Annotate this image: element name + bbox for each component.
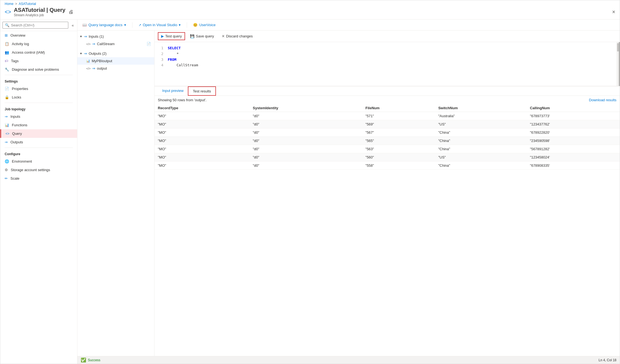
search-input[interactable] — [11, 23, 66, 27]
outputs-expand-icon: ▼ — [80, 52, 82, 55]
test-results-tab-label: Test results — [193, 89, 211, 93]
table-cell: "Australia" — [435, 112, 527, 120]
open-in-vs-button[interactable]: ↗ Open in Visual Studio ▾ — [137, 22, 183, 28]
code-line-3: 3 FROM — [158, 57, 616, 63]
line-number: 2 — [158, 51, 163, 57]
sidebar-item-label: Inputs — [10, 114, 20, 119]
page-subtitle: Stream Analytics job — [14, 13, 65, 17]
table-cell: "567891282' — [527, 145, 620, 153]
open-vs-label: Open in Visual Studio — [143, 23, 177, 27]
line-content: CallStream — [168, 62, 198, 68]
tree-expand-icon: ▼ — [80, 35, 82, 38]
table-cell: "MO" — [155, 128, 250, 137]
functions-icon: 📊 — [5, 123, 9, 127]
cursor-position: Ln 4, Col 18 — [599, 358, 616, 362]
tab-input-preview[interactable]: Input preview — [158, 86, 188, 95]
table-cell: "d0" — [250, 153, 362, 162]
code-icon: </> — [86, 42, 91, 46]
table-header-row: RecordType SystemIdentity FileNum Switch… — [155, 104, 620, 112]
configure-divider — [5, 147, 73, 148]
configure-section-label: Configure — [0, 149, 77, 157]
sidebar-item-storage-account[interactable]: ⚙ Storage account settings — [0, 166, 77, 174]
sidebar-item-overview[interactable]: ⊞ Overview — [0, 31, 77, 40]
breadcrumb-sep: > — [15, 2, 17, 6]
sidebar-item-label: Storage account settings — [11, 168, 50, 172]
test-query-label: Test query — [165, 34, 182, 38]
sidebar-item-outputs[interactable]: ⇒ Outputs — [0, 138, 77, 146]
uservoice-button[interactable]: 😊 UserVoice — [191, 22, 217, 28]
output-label: output — [97, 66, 107, 70]
table-cell: "678908335' — [527, 162, 620, 170]
discard-changes-label: Discard changes — [226, 34, 253, 38]
sidebar-item-diagnose[interactable]: 🔧 Diagnose and solve problems — [0, 65, 77, 74]
close-button[interactable]: × — [612, 9, 615, 15]
table-row: "MO""d0""569""US""123437762' — [155, 120, 620, 128]
sidebar-item-query[interactable]: <> Query — [0, 129, 77, 138]
discard-icon: ✕ — [222, 34, 225, 38]
output-tree-item[interactable]: </> ⇒ output — [77, 65, 154, 72]
table-cell: "MO" — [155, 153, 250, 162]
sidebar-item-activity-log[interactable]: 📋 Activity log — [0, 40, 77, 48]
sidebar-item-label: Environment — [12, 159, 32, 163]
sidebar-item-label: Query — [12, 132, 22, 136]
save-query-label: Save query — [196, 34, 214, 38]
inputs-icon: ⇒ — [5, 114, 8, 119]
discard-changes-button[interactable]: ✕ Discard changes — [219, 33, 256, 40]
pbi-code-icon: 📊 — [86, 59, 90, 63]
table-cell: "MO" — [155, 137, 250, 145]
home-link[interactable]: Home — [5, 2, 13, 6]
tags-icon: 🏷 — [5, 59, 8, 63]
table-cell: "123437762' — [527, 120, 620, 128]
tab-test-results[interactable]: Test results — [188, 86, 216, 96]
save-query-button[interactable]: 💾 Save query — [187, 33, 217, 40]
query-icon: <> — [6, 132, 9, 136]
test-query-button[interactable]: ▶ Test query — [158, 32, 185, 40]
callstream-label: CallStream — [97, 42, 115, 46]
download-results-link[interactable]: Download results — [589, 98, 616, 102]
mypbioutput-tree-item[interactable]: 📊 MyPBIoutput — [77, 57, 154, 65]
table-row: "MO""d0""571""Australia""678973773' — [155, 112, 620, 120]
inputs-tree-section[interactable]: ▼ ⇒ Inputs (1) — [77, 33, 154, 40]
sidebar-item-tags[interactable]: 🏷 Tags — [0, 57, 77, 65]
query-language-docs-button[interactable]: 📖 Query language docs ▾ — [81, 22, 128, 28]
breadcrumb-current[interactable]: ASATutorial — [19, 2, 36, 6]
outputs-tree-section[interactable]: ▼ ⇒ Outputs (2) — [77, 50, 154, 57]
table-cell: "d0" — [250, 128, 362, 137]
callstream-tree-item[interactable]: </> ⇒ CallStream 📄 — [77, 40, 154, 48]
sidebar-item-scale[interactable]: ✏ Scale — [0, 174, 77, 183]
table-cell: "d0" — [250, 137, 362, 145]
table-cell: "234590598' — [527, 137, 620, 145]
status-bar: ✅ Success Ln 4, Col 18 — [77, 356, 620, 364]
table-row: "MO""d0""567""China""678922820' — [155, 128, 620, 137]
docs-label: Query language docs — [88, 23, 123, 27]
line-number: 1 — [158, 45, 163, 51]
outputs-tree-label: Outputs (2) — [89, 51, 107, 56]
table-cell: "563" — [362, 145, 435, 153]
sidebar-item-access-control[interactable]: 👥 Access control (IAM) — [0, 48, 77, 57]
print-icon[interactable]: 🖨 — [69, 9, 74, 15]
collapse-sidebar-button[interactable]: « — [68, 21, 77, 30]
activity-log-icon: 📋 — [5, 42, 9, 46]
code-line-4: 4 CallStream — [158, 62, 616, 68]
settings-divider — [5, 75, 73, 75]
code-editor[interactable]: 1 SELECT 2 * 3 FROM — [155, 42, 620, 86]
app-icon: <> — [5, 9, 11, 15]
overview-icon: ⊞ — [5, 33, 8, 37]
sidebar-item-properties[interactable]: 📄 Properties — [0, 84, 77, 93]
results-table-wrapper[interactable]: RecordType SystemIdentity FileNum Switch… — [155, 104, 620, 191]
table-cell: "MO" — [155, 112, 250, 120]
content-area: 📖 Query language docs ▾ ↗ Open in Visual… — [77, 20, 620, 364]
sidebar-item-environment[interactable]: 🌐 Environment — [0, 157, 77, 166]
vs-dropdown-icon: ▾ — [179, 23, 181, 27]
table-row: "MO""d0""558""China""678908335' — [155, 162, 620, 170]
toolbar: 📖 Query language docs ▾ ↗ Open in Visual… — [77, 20, 620, 31]
output-code-icon: </> — [86, 67, 91, 70]
sidebar-item-functions[interactable]: 📊 Functions — [0, 121, 77, 129]
query-editor-section: ▶ Test query 💾 Save query ✕ Discard chan… — [155, 31, 620, 356]
breadcrumb: Home > ASATutorial — [5, 2, 615, 6]
locks-icon: 🔒 — [5, 95, 9, 99]
docs-icon: 📖 — [82, 23, 87, 27]
sidebar-item-locks[interactable]: 🔒 Locks — [0, 93, 77, 102]
table-cell: "MO" — [155, 162, 250, 170]
sidebar-item-inputs[interactable]: ⇒ Inputs — [0, 112, 77, 121]
